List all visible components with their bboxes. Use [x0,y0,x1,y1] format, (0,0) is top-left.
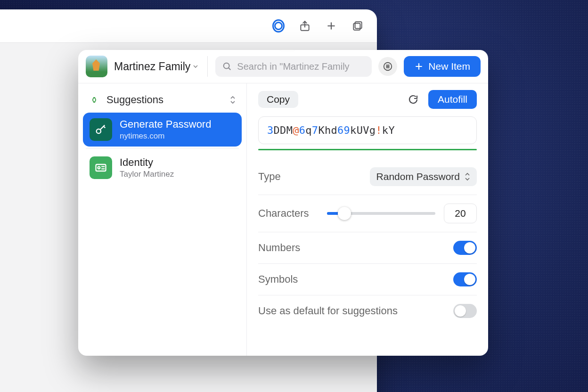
accounts-button[interactable] [378,57,397,76]
left-column: Suggestions Generate Password nytimes.co… [78,83,247,356]
vault-name[interactable]: Martinez Family [114,60,198,73]
svg-point-5 [97,129,101,133]
numbers-toggle[interactable] [453,241,477,255]
characters-slider[interactable] [327,212,435,215]
vault-avatar[interactable] [86,56,107,77]
key-icon [90,118,112,141]
search-icon [222,61,232,72]
suggestions-icon [89,94,100,106]
right-column: Copy Autofill 3DDM@6q7Khd69kUVg!kY Type … [247,83,488,356]
symbols-toggle[interactable] [453,272,477,286]
extension-popover: Martinez Family New Item [78,50,488,356]
item-generate-password[interactable]: Generate Password nytimes.com [83,113,242,147]
tabs-overview-icon[interactable] [351,20,364,32]
share-icon[interactable] [299,20,311,32]
default-toggle[interactable] [453,304,477,318]
characters-value[interactable]: 20 [444,204,477,223]
refresh-icon [408,94,419,105]
item-identity[interactable]: Identity Taylor Martinez [83,151,242,185]
suggestions-label: Suggestions [106,94,163,106]
setting-default: Use as default for suggestions [258,295,477,327]
id-card-icon [90,156,112,179]
setting-numbers: Numbers [258,232,477,264]
item-subtitle: Taylor Martinez [120,170,174,179]
item-title: Generate Password [120,118,211,131]
svg-rect-2 [353,24,360,30]
list-icon [383,61,393,72]
regenerate-button[interactable] [408,94,419,105]
item-title: Identity [120,156,174,169]
browser-toolbar [0,9,377,42]
autofill-button[interactable]: Autofill [428,90,477,109]
popover-header: Martinez Family New Item [78,50,488,83]
password-strength-bar [258,149,477,150]
select-updown-icon [465,172,470,181]
svg-point-3 [224,63,229,69]
onepassword-extension-icon[interactable] [272,20,285,32]
sort-updown-icon [229,95,236,105]
suggestions-header[interactable]: Suggestions [83,88,242,113]
copy-button[interactable]: Copy [258,91,298,108]
generated-password[interactable]: 3DDM@6q7Khd69kUVg!kY [258,116,477,144]
chevron-down-icon [193,64,198,69]
svg-rect-1 [355,22,362,28]
new-item-button[interactable]: New Item [404,56,481,77]
search-input[interactable] [237,61,365,72]
svg-point-7 [98,167,100,169]
setting-type: Type Random Password [258,159,477,195]
setting-characters: Characters 20 [258,195,477,232]
setting-symbols: Symbols [258,264,477,295]
item-subtitle: nytimes.com [120,131,211,141]
popover-arrow [281,50,294,51]
new-tab-icon[interactable] [325,20,337,32]
plus-icon [414,62,424,71]
search-field[interactable] [215,56,372,77]
type-select[interactable]: Random Password [370,167,477,186]
